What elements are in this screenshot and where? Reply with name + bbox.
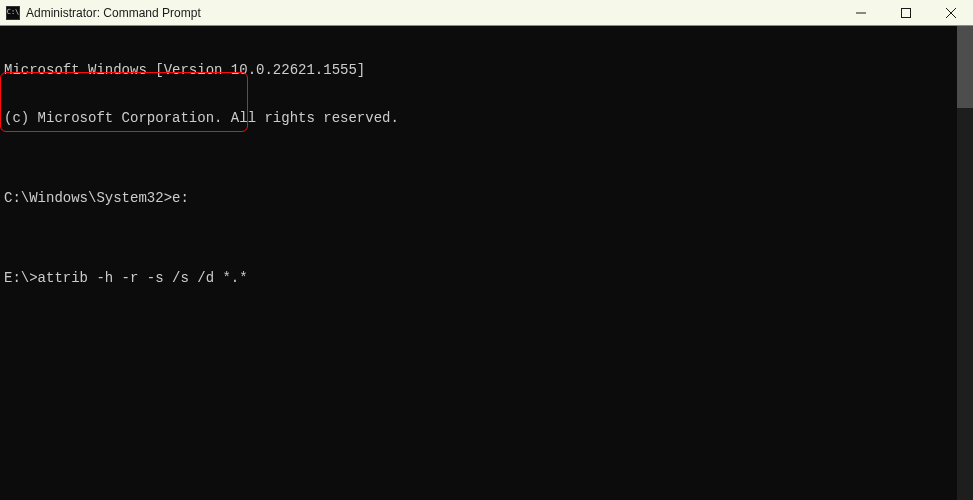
cmd-app-icon: C:\ (6, 6, 20, 20)
title-bar: C:\ Administrator: Command Prompt (0, 0, 973, 26)
maximize-button[interactable] (883, 0, 928, 25)
minimize-icon (856, 8, 866, 18)
terminal-line: (c) Microsoft Corporation. All rights re… (4, 110, 973, 126)
close-button[interactable] (928, 0, 973, 25)
terminal-prompt-line: C:\Windows\System32>e: (4, 190, 973, 206)
minimize-button[interactable] (838, 0, 883, 25)
close-icon (946, 8, 956, 18)
terminal-output[interactable]: Microsoft Windows [Version 10.0.22621.15… (0, 26, 973, 500)
vertical-scrollbar[interactable] (957, 26, 973, 500)
scrollbar-thumb[interactable] (957, 26, 973, 108)
terminal-prompt-line: E:\>attrib -h -r -s /s /d *.* (4, 270, 973, 286)
title-left: C:\ Administrator: Command Prompt (6, 6, 201, 20)
window-controls (838, 0, 973, 25)
maximize-icon (901, 8, 911, 18)
svg-rect-1 (901, 8, 910, 17)
window-title: Administrator: Command Prompt (26, 6, 201, 20)
terminal-line: Microsoft Windows [Version 10.0.22621.15… (4, 62, 973, 78)
